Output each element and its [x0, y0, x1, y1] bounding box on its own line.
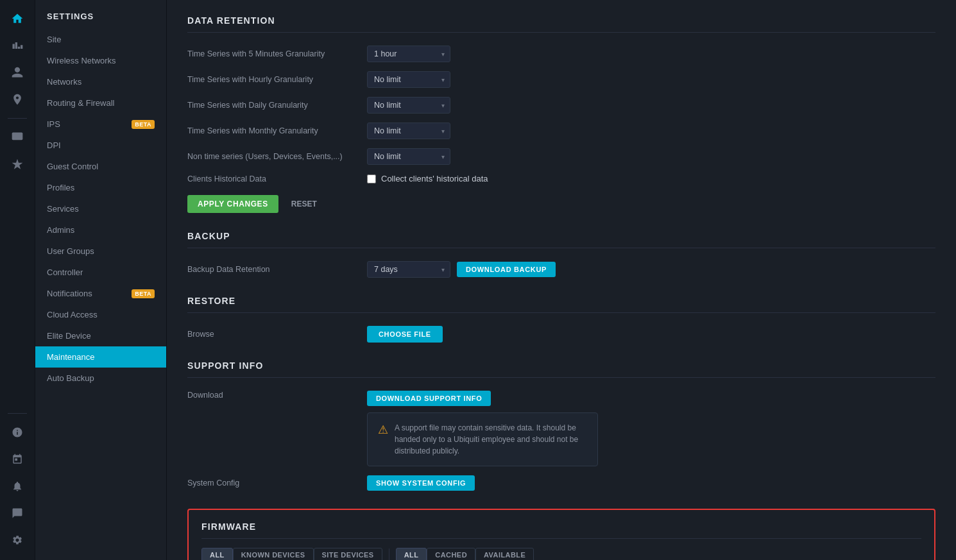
- cache-filter-available[interactable]: AVAILABLE: [475, 548, 534, 560]
- support-info-section: SUPPORT INFO Download DOWNLOAD SUPPORT I…: [187, 361, 935, 491]
- nav-icon-notifications[interactable]: [3, 474, 31, 498]
- show-system-config-button[interactable]: SHOW SYSTEM CONFIG: [367, 475, 475, 491]
- sidebar-item-label: DPI: [47, 140, 61, 150]
- sidebar-item-label: IPS: [47, 119, 60, 129]
- retention-select-wrapper-non-time[interactable]: No limit: [367, 148, 450, 165]
- sidebar-item-ips[interactable]: IPSBETA: [35, 114, 166, 135]
- download-support-button[interactable]: DOWNLOAD SUPPORT INFO: [367, 391, 491, 406]
- apply-changes-button[interactable]: APPLY CHANGES: [187, 195, 278, 213]
- historical-data-row: Clients Historical Data Collect clients'…: [187, 174, 935, 183]
- retention-label-five-min: Time Series with 5 Minutes Granularity: [187, 49, 367, 58]
- nav-icon-home[interactable]: [3, 6, 31, 31]
- nav-icon-settings[interactable]: [3, 528, 31, 552]
- device-filter-site-devices[interactable]: SITE DEVICES: [314, 548, 382, 560]
- nav-icon-stats[interactable]: [3, 33, 31, 58]
- device-filter-known-devices[interactable]: KNOWN DEVICES: [233, 548, 314, 560]
- nav-icon-calendar[interactable]: [3, 447, 31, 471]
- main-content: DATA RETENTION Time Series with 5 Minute…: [167, 0, 956, 560]
- sidebar-item-label: Networks: [47, 77, 81, 87]
- retention-select-monthly[interactable]: 1 hour6 hours1 dayNo limit: [374, 126, 443, 135]
- nav-icon-chat[interactable]: [3, 501, 31, 525]
- backup-retention-select[interactable]: 1 day 3 days 7 days 14 days 30 days: [374, 265, 443, 274]
- sidebar-item-elite-device[interactable]: Elite Device: [35, 325, 166, 346]
- retention-select-wrapper-monthly[interactable]: 1 hour6 hours1 dayNo limit: [367, 123, 450, 139]
- retention-row-five-min: Time Series with 5 Minutes Granularity 1…: [187, 46, 935, 62]
- sidebar-item-admins[interactable]: Admins: [35, 219, 166, 241]
- nav-icon-insights[interactable]: [3, 152, 31, 176]
- firmware-title: FIRMWARE: [201, 522, 921, 539]
- restore-browse-label: Browse: [187, 330, 367, 339]
- retention-label-non-time: Non time series (Users, Devices, Events,…: [187, 152, 367, 161]
- sidebar-item-notifications[interactable]: NotificationsBETA: [35, 283, 166, 304]
- sidebar: SETTINGS SiteWireless NetworksNetworksRo…: [35, 0, 167, 560]
- retention-row-hourly: Time Series with Hourly Granularity 1 ho…: [187, 71, 935, 88]
- sidebar-item-user-groups[interactable]: User Groups: [35, 241, 166, 262]
- sidebar-item-label: Profiles: [47, 183, 74, 192]
- sidebar-item-label: Controller: [47, 267, 83, 277]
- cache-filter-cached[interactable]: CACHED: [427, 548, 475, 560]
- retention-select-wrapper-hourly[interactable]: 1 hour6 hours1 dayNo limit: [367, 71, 450, 88]
- retention-select-wrapper-five-min[interactable]: 1 hour6 hours1 dayNo limit: [367, 46, 450, 62]
- sidebar-item-guest-control[interactable]: Guest Control: [35, 156, 166, 177]
- sidebar-item-site[interactable]: Site: [35, 29, 166, 50]
- sidebar-item-label: Site: [47, 35, 61, 44]
- retention-row-daily: Time Series with Daily Granularity 1 hou…: [187, 97, 935, 114]
- support-info-title: SUPPORT INFO: [187, 361, 935, 378]
- sidebar-item-controller[interactable]: Controller: [35, 262, 166, 283]
- sidebar-item-label: Services: [47, 204, 79, 214]
- data-retention-section: DATA RETENTION Time Series with 5 Minute…: [187, 15, 935, 213]
- sidebar-item-label: Guest Control: [47, 162, 98, 171]
- sidebar-item-label: Auto Backup: [47, 373, 94, 383]
- rail-divider-2: [8, 413, 27, 414]
- retention-label-daily: Time Series with Daily Granularity: [187, 101, 367, 110]
- cache-filter-all[interactable]: ALL: [396, 548, 427, 560]
- restore-section: RESTORE Browse CHOOSE FILE: [187, 296, 935, 343]
- system-config-label: System Config: [187, 479, 367, 488]
- retention-label-monthly: Time Series with Monthly Granularity: [187, 126, 367, 135]
- sidebar-item-networks[interactable]: Networks: [35, 71, 166, 92]
- support-warning-text: A support file may contain sensitive dat…: [395, 422, 587, 457]
- retention-select-non-time[interactable]: No limit: [374, 152, 443, 161]
- nav-icon-devices[interactable]: [3, 125, 31, 149]
- icon-rail: [0, 0, 35, 560]
- reset-button[interactable]: RESET: [281, 195, 327, 213]
- sidebar-item-auto-backup[interactable]: Auto Backup: [35, 368, 166, 389]
- download-backup-button[interactable]: DOWNLOAD BACKUP: [457, 262, 556, 277]
- retention-select-wrapper-daily[interactable]: 1 hour6 hours1 dayNo limit: [367, 97, 450, 114]
- filter-divider: [389, 548, 389, 560]
- sidebar-item-services[interactable]: Services: [35, 198, 166, 219]
- restore-browse-row: Browse CHOOSE FILE: [187, 326, 935, 343]
- choose-file-button[interactable]: CHOOSE FILE: [367, 326, 443, 343]
- sidebar-badge-ips: BETA: [132, 120, 155, 129]
- sidebar-item-wireless-networks[interactable]: Wireless Networks: [35, 50, 166, 71]
- sidebar-item-routing-firewall[interactable]: Routing & Firewall: [35, 92, 166, 114]
- retention-select-five-min[interactable]: 1 hour6 hours1 dayNo limit: [374, 49, 443, 58]
- sidebar-title: SETTINGS: [35, 5, 166, 29]
- retention-label-hourly: Time Series with Hourly Granularity: [187, 75, 367, 84]
- sidebar-item-label: Wireless Networks: [47, 56, 116, 65]
- backup-retention-select-wrapper[interactable]: 1 day 3 days 7 days 14 days 30 days: [367, 261, 450, 278]
- nav-icon-map[interactable]: [3, 87, 31, 112]
- retention-select-daily[interactable]: 1 hour6 hours1 dayNo limit: [374, 101, 443, 110]
- device-filter-all[interactable]: ALL: [201, 548, 233, 560]
- sidebar-item-label: User Groups: [47, 246, 94, 256]
- sidebar-item-profiles[interactable]: Profiles: [35, 177, 166, 198]
- support-warning-box: ⚠ A support file may contain sensitive d…: [367, 412, 598, 466]
- sidebar-item-cloud-access[interactable]: Cloud Access: [35, 304, 166, 325]
- sidebar-item-label: Cloud Access: [47, 310, 98, 319]
- retention-row-non-time: Non time series (Users, Devices, Events,…: [187, 148, 935, 165]
- retention-select-hourly[interactable]: 1 hour6 hours1 dayNo limit: [374, 75, 443, 84]
- nav-icon-users[interactable]: [3, 60, 31, 85]
- backup-title: BACKUP: [187, 231, 935, 248]
- sidebar-badge-notifications: BETA: [132, 289, 155, 298]
- nav-icon-info[interactable]: [3, 420, 31, 445]
- sidebar-item-maintenance[interactable]: Maintenance: [35, 346, 166, 368]
- restore-title: RESTORE: [187, 296, 935, 313]
- backup-section: BACKUP Backup Data Retention 1 day 3 day…: [187, 231, 935, 278]
- firmware-filter-group: ALLKNOWN DEVICESSITE DEVICES ALLCACHEDAV…: [201, 548, 921, 560]
- firmware-section: FIRMWARE ALLKNOWN DEVICESSITE DEVICES AL…: [187, 509, 935, 560]
- svg-rect-0: [12, 133, 23, 140]
- sidebar-item-dpi[interactable]: DPI: [35, 135, 166, 156]
- historical-checkbox[interactable]: [367, 174, 376, 183]
- sidebar-item-label: Routing & Firewall: [47, 98, 115, 108]
